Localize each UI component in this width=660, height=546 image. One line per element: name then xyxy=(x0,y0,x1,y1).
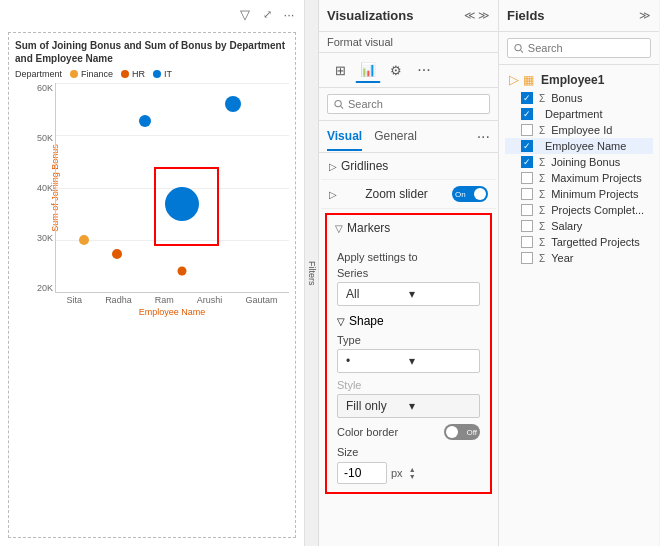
zoom-knob xyxy=(474,188,486,200)
field-item-salary[interactable]: Σ Salary xyxy=(505,218,653,234)
chevron-right-icon[interactable]: ≫ xyxy=(478,9,490,22)
y-val-20k: 20K xyxy=(37,283,53,293)
y-axis-area: Sum of Joining Bonus 60K 50K 40K 30K 20K xyxy=(15,83,55,293)
legend-it: IT xyxy=(153,69,172,79)
svg-line-1 xyxy=(341,106,343,108)
field-item-bonus[interactable]: Σ Bonus xyxy=(505,90,653,106)
field-item-joiningbonus[interactable]: Σ Joining Bonus xyxy=(505,154,653,170)
chart-container: Sum of Joining Bonus and Sum of Bonus by… xyxy=(8,32,296,538)
zoom-toggle[interactable]: On xyxy=(452,186,488,202)
markers-body: Apply settings to Series All ▾ ▽ Shape T… xyxy=(327,241,490,492)
dot-gautam-it xyxy=(225,96,241,112)
fields-search-input-wrap[interactable] xyxy=(507,38,651,58)
svg-point-2 xyxy=(515,44,521,50)
field-item-projectscomplete[interactable]: Σ Projects Complet... xyxy=(505,202,653,218)
field-group-employee1: ▷ ▦ Employee1 Σ Bonus Department Σ Emplo… xyxy=(499,69,659,266)
sigma-icon-joiningbonus: Σ xyxy=(539,157,545,168)
table-icon: ▦ xyxy=(523,73,534,87)
settings-icon[interactable]: ⚙ xyxy=(383,57,409,83)
field-item-minprojects[interactable]: Σ Minimum Projects xyxy=(505,186,653,202)
size-field-label: Size xyxy=(337,446,480,458)
dot-arushi-hr xyxy=(177,267,186,276)
checkbox-salary[interactable] xyxy=(521,220,533,232)
size-up-icon[interactable]: ▲ xyxy=(409,466,416,473)
ellipsis-icon[interactable]: ··· xyxy=(280,5,298,23)
y-axis-values: 60K 50K 40K 30K 20K xyxy=(37,83,53,293)
more-options-icon[interactable]: ··· xyxy=(411,57,437,83)
checkbox-joiningbonus[interactable] xyxy=(521,156,533,168)
field-item-targettedprojects[interactable]: Σ Targetted Projects xyxy=(505,234,653,250)
series-field-label: Series xyxy=(337,267,480,279)
chart-icon[interactable]: 📊 xyxy=(355,57,381,83)
field-item-maxprojects[interactable]: Σ Maximum Projects xyxy=(505,170,653,186)
viz-search-input[interactable] xyxy=(348,98,483,110)
legend-dept-label: Department xyxy=(15,69,62,79)
tab-visual[interactable]: Visual xyxy=(327,123,362,151)
sigma-icon-targettedprojects: Σ xyxy=(539,237,545,248)
field-item-year[interactable]: Σ Year xyxy=(505,250,653,266)
field-group-header[interactable]: ▷ ▦ Employee1 xyxy=(505,69,653,90)
legend-label-finance: Finance xyxy=(81,69,113,79)
chevron-left-icon[interactable]: ≪ xyxy=(464,9,476,22)
field-name-maxprojects: Maximum Projects xyxy=(551,172,641,184)
checkbox-department[interactable] xyxy=(521,108,533,120)
field-name-projectscomplete: Projects Complet... xyxy=(551,204,644,216)
checkbox-employeename[interactable] xyxy=(521,140,533,152)
field-name-bonus: Bonus xyxy=(551,92,582,104)
sigma-icon-salary: Σ xyxy=(539,221,545,232)
shape-label: Shape xyxy=(349,314,384,328)
checkbox-targettedprojects[interactable] xyxy=(521,236,533,248)
filters-sidebar[interactable]: Filters xyxy=(305,0,319,546)
tab-general[interactable]: General xyxy=(374,123,417,151)
chart-panel: ▽ ⤢ ··· Sum of Joining Bonus and Sum of … xyxy=(0,0,305,546)
shape-header[interactable]: ▽ Shape xyxy=(337,314,480,328)
type-dropdown[interactable]: • ▾ xyxy=(337,349,480,373)
gridline-4 xyxy=(56,240,289,241)
field-name-year: Year xyxy=(551,252,573,264)
checkbox-year[interactable] xyxy=(521,252,533,264)
table-group-icon: ▷ xyxy=(509,72,519,87)
fields-title: Fields xyxy=(507,8,545,23)
sigma-icon-maxprojects: Σ xyxy=(539,173,545,184)
tab-more-icon[interactable]: ··· xyxy=(477,128,490,146)
x-axis-values: Sita Radha Ram Arushi Gautam xyxy=(55,295,289,305)
field-item-employeeid[interactable]: Σ Employee Id xyxy=(505,122,653,138)
zoom-label: Zoom slider xyxy=(365,187,428,201)
gridlines-section[interactable]: ▷ Gridlines xyxy=(321,153,496,180)
viz-header: Visualizations ≪ ≫ xyxy=(319,0,498,32)
field-item-employeename[interactable]: Employee Name xyxy=(505,138,653,154)
size-down-icon[interactable]: ▼ xyxy=(409,473,416,480)
checkbox-maxprojects[interactable] xyxy=(521,172,533,184)
checkbox-projectscomplete[interactable] xyxy=(521,204,533,216)
viz-search-input-wrap[interactable] xyxy=(327,94,490,114)
viz-header-chevrons: ≪ ≫ xyxy=(464,9,490,22)
apply-settings-label: Apply settings to xyxy=(337,251,480,263)
size-unit: px xyxy=(391,467,403,479)
x-val-arushi: Arushi xyxy=(197,295,223,305)
field-item-department[interactable]: Department xyxy=(505,106,653,122)
fields-chevron-icon[interactable]: ≫ xyxy=(639,9,651,22)
zoom-slider-section[interactable]: ▷ Zoom slider On xyxy=(321,180,496,209)
size-value: -10 xyxy=(344,466,361,480)
legend-hr: HR xyxy=(121,69,145,79)
checkbox-bonus[interactable] xyxy=(521,92,533,104)
format-icons-bar: ⊞ 📊 ⚙ ··· xyxy=(319,53,498,88)
series-dropdown[interactable]: All ▾ xyxy=(337,282,480,306)
size-input[interactable]: -10 xyxy=(337,462,387,484)
gridlines-chevron: ▷ xyxy=(329,161,337,172)
legend-finance: Finance xyxy=(70,69,113,79)
markers-section: ▽ Markers Apply settings to Series All ▾… xyxy=(325,213,492,494)
series-value: All xyxy=(346,287,409,301)
field-group-label: Employee1 xyxy=(541,73,604,87)
checkbox-minprojects[interactable] xyxy=(521,188,533,200)
style-field-label: Style xyxy=(337,379,480,391)
fields-search-icon xyxy=(514,43,524,54)
table-icon[interactable]: ⊞ xyxy=(327,57,353,83)
filter-icon[interactable]: ▽ xyxy=(236,5,254,23)
focus-icon[interactable]: ⤢ xyxy=(258,5,276,23)
checkbox-employeeid[interactable] xyxy=(521,124,533,136)
color-border-row: Color border Off xyxy=(337,424,480,440)
fields-search-input[interactable] xyxy=(528,42,644,54)
color-border-toggle[interactable]: Off xyxy=(444,424,480,440)
markers-row[interactable]: ▽ Markers xyxy=(327,215,490,241)
